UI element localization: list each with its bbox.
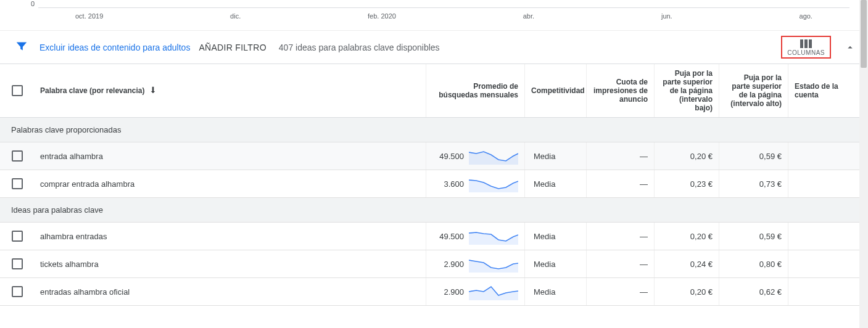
y-zero-label: 0 [31, 0, 35, 7]
header-ad-share-label: Cuota de impresiones de anuncio [593, 78, 648, 104]
section-keyword-ideas: Ideas para palabras clave [0, 198, 868, 223]
table-row[interactable]: tickets alhambra 2.900 Media — 0,24 € 0,… [0, 250, 868, 278]
x-tick-label: dic. [230, 12, 241, 20]
table-row[interactable]: entradas alhambra oficial 2.900 Media — … [0, 278, 868, 306]
header-low-bid[interactable]: Puja por la parte superior de la página … [654, 64, 719, 117]
cell-keyword: entrada alhambra [34, 142, 426, 170]
header-competition-label: Competitividad [531, 86, 585, 95]
header-avg-searches-label: Promedio de búsquedas mensuales [432, 82, 518, 99]
scrollbar-thumb[interactable] [861, 0, 867, 68]
header-avg-searches[interactable]: Promedio de búsquedas mensuales [426, 64, 524, 117]
x-tick-label: jun. [661, 12, 672, 20]
sparkline-icon [469, 283, 518, 300]
searches-value: 2.900 [444, 260, 464, 269]
cell-low-bid: 0,20 € [654, 142, 719, 170]
table-row[interactable]: entrada alhambra 49.500 Media — 0,20 € 0… [0, 142, 868, 170]
cell-ad-share: — [586, 170, 654, 197]
cell-account-status [788, 278, 868, 305]
row-checkbox[interactable] [12, 150, 23, 162]
ideas-available-text: 407 ideas para palabras clave disponible… [279, 43, 440, 52]
cell-keyword: comprar entrada alhambra [34, 170, 426, 197]
cell-searches: 2.900 [426, 278, 524, 305]
filter-bar: Excluir ideas de contenido para adultos … [0, 31, 868, 64]
header-high-bid[interactable]: Puja por la parte superior de la página … [719, 64, 788, 117]
searches-value: 2.900 [444, 287, 464, 297]
columns-button[interactable]: COLUMNAS [781, 36, 831, 59]
trend-chart-axis: 0 oct. 2019 dic. feb. 2020 abr. jun. ago… [0, 0, 868, 31]
vertical-scrollbar[interactable] [859, 0, 868, 306]
header-low-bid-label: Puja por la parte superior de la página … [661, 69, 713, 112]
header-ad-share[interactable]: Cuota de impresiones de anuncio [586, 64, 654, 117]
table-row[interactable]: alhambra entradas 49.500 Media — 0,20 € … [0, 223, 868, 250]
exclude-adult-content-link[interactable]: Excluir ideas de contenido para adultos [39, 43, 190, 52]
x-tick-label: oct. 2019 [75, 12, 103, 20]
header-high-bid-label: Puja por la parte superior de la página … [725, 73, 782, 108]
cell-account-status [788, 223, 868, 250]
cell-ad-share: — [586, 250, 654, 277]
axis-baseline [38, 7, 849, 8]
cell-low-bid: 0,20 € [654, 278, 719, 305]
row-checkbox[interactable] [12, 258, 23, 269]
cell-high-bid: 0,59 € [719, 142, 788, 170]
cell-high-bid: 0,80 € [719, 250, 788, 277]
cell-searches: 49.500 [426, 142, 524, 170]
cell-competition: Media [524, 223, 586, 250]
cell-ad-share: — [586, 223, 654, 250]
cell-competition: Media [524, 142, 586, 170]
sort-arrow-icon [144, 85, 158, 97]
cell-competition: Media [524, 278, 586, 305]
sparkline-icon [469, 175, 518, 192]
searches-value: 3.600 [444, 179, 464, 189]
searches-value: 49.500 [439, 152, 464, 161]
cell-ad-share: — [586, 142, 654, 170]
header-competition[interactable]: Competitividad [524, 64, 586, 117]
sparkline-icon [469, 255, 518, 273]
sparkline-icon [469, 147, 518, 165]
collapse-button[interactable] [845, 42, 856, 55]
cell-competition: Media [524, 170, 586, 197]
header-keyword-label: Palabra clave (por relevancia) [40, 86, 144, 95]
cell-searches: 2.900 [426, 250, 524, 277]
x-axis-ticks: oct. 2019 dic. feb. 2020 abr. jun. ago. [38, 12, 849, 20]
cell-low-bid: 0,20 € [654, 223, 719, 250]
cell-keyword: entradas alhambra oficial [34, 278, 426, 305]
header-account-status-label: Estado de la cuenta [795, 82, 862, 99]
select-all-checkbox[interactable] [12, 85, 23, 96]
add-filter-button[interactable]: AÑADIR FILTRO [199, 43, 266, 52]
columns-icon [800, 39, 812, 48]
table-row[interactable]: comprar entrada alhambra 3.600 Media — 0… [0, 170, 868, 198]
cell-account-status [788, 250, 868, 277]
cell-searches: 3.600 [426, 170, 524, 197]
row-checkbox[interactable] [12, 286, 23, 297]
row-checkbox[interactable] [12, 231, 23, 242]
cell-low-bid: 0,24 € [654, 250, 719, 277]
cell-competition: Media [524, 250, 586, 277]
section-provided-keywords: Palabras clave proporcionadas [0, 118, 868, 142]
filter-icon[interactable] [15, 39, 28, 55]
searches-value: 49.500 [439, 232, 464, 241]
cell-account-status [788, 170, 868, 197]
cell-searches: 49.500 [426, 223, 524, 250]
cell-keyword: alhambra entradas [34, 223, 426, 250]
row-checkbox[interactable] [12, 178, 23, 189]
cell-account-status [788, 142, 868, 170]
cell-keyword: tickets alhambra [34, 250, 426, 277]
columns-label: COLUMNAS [787, 49, 825, 56]
cell-high-bid: 0,59 € [719, 223, 788, 250]
x-tick-label: feb. 2020 [368, 12, 396, 20]
x-tick-label: abr. [523, 12, 534, 20]
sparkline-icon [469, 228, 518, 245]
table-header: Palabra clave (por relevancia) Promedio … [0, 64, 868, 118]
cell-high-bid: 0,73 € [719, 170, 788, 197]
cell-ad-share: — [586, 278, 654, 305]
cell-low-bid: 0,23 € [654, 170, 719, 197]
header-keyword[interactable]: Palabra clave (por relevancia) [34, 64, 426, 117]
header-account-status[interactable]: Estado de la cuenta [788, 64, 868, 117]
cell-high-bid: 0,62 € [719, 278, 788, 305]
x-tick-label: ago. [800, 12, 812, 20]
